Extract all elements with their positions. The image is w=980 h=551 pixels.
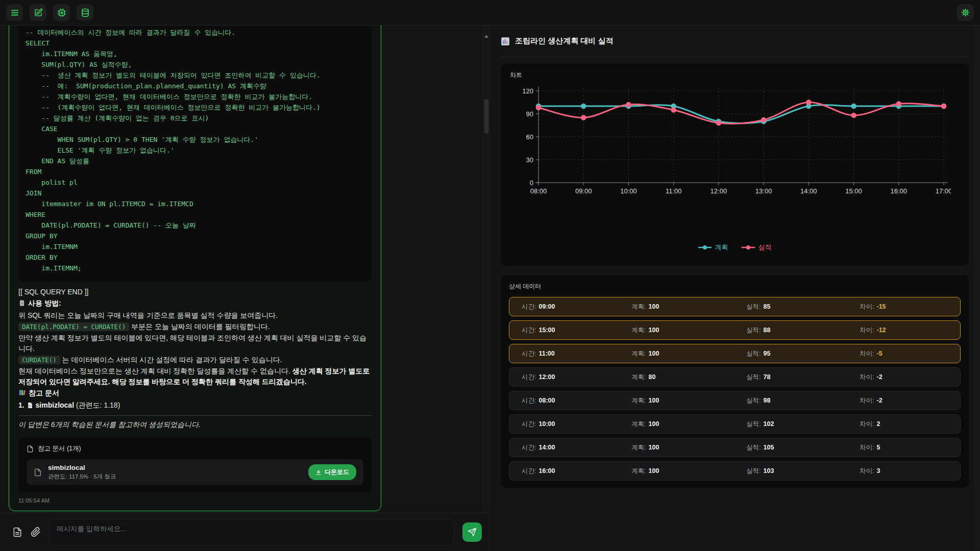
- table-row[interactable]: 시간:15:00계획:100실적:88차이:-12: [509, 320, 961, 340]
- cell-time: 시간:08:00: [522, 396, 631, 405]
- message-paragraph: 1. simbizlocal (관련도: 1.18): [18, 400, 372, 412]
- top-toolbar: [0, 0, 980, 26]
- svg-text:09:00: 09:00: [575, 187, 592, 195]
- message-paragraph: 참고 문서: [18, 388, 372, 399]
- cell-actual: 실적:103: [746, 467, 860, 475]
- chat-panel: -- 데이터베이스의 시간 정보에 따라 결과가 달라질 수 있습니다. SEL…: [0, 26, 489, 550]
- cell-plan: 계획:100: [631, 326, 746, 335]
- cell-plan: 계획:100: [631, 420, 746, 429]
- cell-diff: 차이:3: [860, 467, 960, 475]
- detail-rows: 시간:09:00계획:100실적:85차이:-15시간:15:00계획:100실…: [509, 297, 961, 481]
- cell-diff: 차이:2: [860, 420, 960, 429]
- svg-text:30: 30: [526, 156, 533, 164]
- sql-code-block[interactable]: -- 데이터베이스의 시간 정보에 따라 결과가 달라질 수 있습니다. SEL…: [18, 26, 372, 282]
- message-divider: [18, 415, 372, 416]
- svg-text:11:00: 11:00: [666, 187, 682, 195]
- cell-plan: 계획:100: [631, 303, 746, 311]
- compose-button[interactable]: [30, 4, 46, 21]
- legend-item-실적[interactable]: 실적: [742, 243, 772, 252]
- edit-icon: [34, 8, 43, 17]
- svg-text:13:00: 13:00: [755, 187, 772, 195]
- dashboard-header: 조립라인 생산계획 대비 실적: [501, 26, 969, 57]
- table-row[interactable]: 시간:14:00계획:100실적:105차이:5: [509, 438, 961, 457]
- references-card-header: 참고 문서 (1개): [27, 444, 363, 453]
- legend-marker-icon: [698, 245, 712, 250]
- svg-text:08:00: 08:00: [530, 187, 547, 195]
- cell-actual: 실적:102: [746, 420, 860, 429]
- detail-data-card: 상세 데이터 시간:09:00계획:100실적:85차이:-15시간:15:00…: [501, 275, 969, 488]
- svg-text:120: 120: [522, 87, 533, 95]
- scroll-up-arrow-icon[interactable]: [484, 35, 488, 38]
- cell-time: 시간:12:00: [522, 373, 631, 382]
- svg-text:17:00: 17:00: [936, 187, 951, 195]
- chat-scrollbar[interactable]: [483, 26, 489, 513]
- chart-card-label: 차트: [510, 71, 960, 80]
- cell-plan: 계획:100: [631, 349, 746, 358]
- chart-legend: 계획실적: [510, 243, 960, 252]
- cell-time: 시간:14:00: [522, 443, 631, 452]
- table-row[interactable]: 시간:16:00계획:100실적:103차이:3: [509, 461, 961, 481]
- cell-actual: 실적:105: [746, 443, 860, 452]
- reference-document-item[interactable]: simbizlocal관련도: 117.5% · 5개 청크다운로드: [27, 459, 363, 485]
- send-plane-icon: [468, 528, 477, 537]
- cell-diff: 차이:-2: [860, 373, 960, 382]
- chat-messages-area[interactable]: -- 데이터베이스의 시간 정보에 따라 결과가 달라질 수 있습니다. SEL…: [0, 26, 489, 513]
- sql-end-marker: [[ SQL QUERY END ]]: [18, 287, 372, 297]
- right-panel-scrollbar[interactable]: [974, 26, 980, 550]
- cell-time: 시간:10:00: [522, 420, 631, 429]
- cell-diff: 차이:-12: [860, 326, 960, 335]
- cell-diff: 차이:-5: [860, 349, 960, 358]
- clipboard-icon: [18, 299, 26, 310]
- message-input[interactable]: [49, 519, 454, 545]
- page-icon: [27, 401, 33, 412]
- message-input-bar: [0, 513, 489, 550]
- database-button[interactable]: [77, 4, 93, 21]
- file-icon[interactable]: [12, 527, 22, 537]
- cpu-button[interactable]: [53, 4, 70, 21]
- cell-actual: 실적:88: [746, 326, 860, 335]
- cell-time: 시간:15:00: [522, 326, 631, 335]
- legend-label: 계획: [715, 243, 728, 252]
- table-row[interactable]: 시간:10:00계획:100실적:102차이:2: [509, 414, 961, 434]
- download-icon: [315, 469, 322, 475]
- inline-code: CURDATE(): [18, 356, 60, 364]
- cell-time: 시간:09:00: [522, 303, 631, 311]
- cell-actual: 실적:85: [746, 303, 860, 311]
- legend-item-계획[interactable]: 계획: [698, 243, 728, 252]
- cell-time: 시간:11:00: [522, 349, 631, 358]
- cell-diff: 차이:5: [860, 443, 960, 452]
- message-body: 사용 방법:위 SQL 쿼리는 오늘 날짜의 구매 내역을 기준으로 품목별 실…: [18, 298, 372, 412]
- database-icon: [81, 8, 90, 17]
- settings-button[interactable]: [957, 4, 974, 21]
- cell-plan: 계획:100: [631, 443, 746, 452]
- cell-plan: 계획:80: [631, 373, 746, 382]
- cell-plan: 계획:100: [631, 396, 746, 405]
- message-paragraph: 현재 데이터베이스 정보만으로는 생산 계획 대비 정확한 달성률을 계산할 수…: [18, 366, 372, 387]
- plan-vs-actual-line-chart[interactable]: 030609012008:0009:0010:0011:0012:0013:00…: [510, 84, 951, 198]
- table-row[interactable]: 시간:12:00계획:80실적:78차이:-2: [509, 367, 961, 387]
- download-button[interactable]: 다운로드: [308, 464, 356, 480]
- table-row[interactable]: 시간:11:00계획:100실적:95차이:-5: [509, 344, 961, 363]
- svg-text:12:00: 12:00: [710, 187, 727, 195]
- message-paragraph: 사용 방법:: [18, 298, 372, 310]
- message-paragraph: 만약 생산 계획 정보가 별도의 테이블에 있다면, 해당 테이블과 조인하여 …: [18, 333, 372, 354]
- references-list: simbizlocal관련도: 117.5% · 5개 청크다운로드: [27, 459, 363, 485]
- document-icon: [34, 467, 42, 478]
- message-timestamp: 11:05:54 AM: [18, 497, 372, 504]
- detail-card-label: 상세 데이터: [509, 282, 961, 291]
- download-label: 다운로드: [325, 468, 349, 477]
- cell-actual: 실적:98: [746, 396, 860, 405]
- table-row[interactable]: 시간:09:00계획:100실적:85차이:-15: [509, 297, 961, 316]
- bar-chart-icon: [501, 37, 510, 46]
- send-button[interactable]: [462, 522, 482, 542]
- attach-paperclip-icon[interactable]: [31, 527, 41, 537]
- cell-time: 시간:16:00: [522, 467, 631, 475]
- scrollbar-thumb[interactable]: [484, 99, 488, 134]
- assistant-message-bubble: -- 데이터베이스의 시간 정보에 따라 결과가 달라질 수 있습니다. SEL…: [9, 26, 381, 511]
- menu-button[interactable]: [6, 4, 23, 21]
- reference-title: simbizlocal: [48, 464, 302, 471]
- table-row[interactable]: 시간:08:00계획:100실적:98차이:-2: [509, 391, 961, 410]
- document-icon: [27, 445, 34, 453]
- svg-text:10:00: 10:00: [620, 187, 637, 195]
- chart-card: 차트 030609012008:0009:0010:0011:0012:0013…: [501, 64, 969, 266]
